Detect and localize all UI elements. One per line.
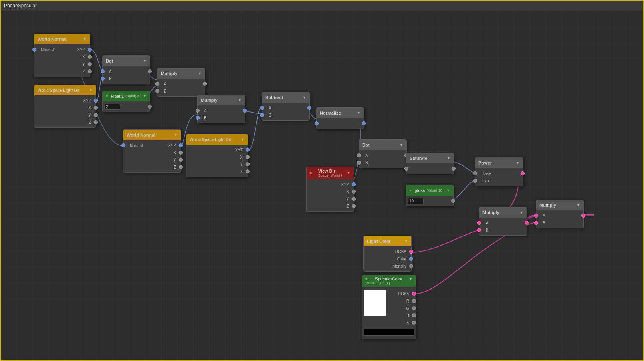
- node-world-space-2-header[interactable]: World Space Light Dir ▼: [186, 134, 248, 145]
- node-world-normal-2[interactable]: World Normal ▼ Normal XYZ X Y: [123, 129, 181, 173]
- node-world-normal-1-header[interactable]: World Normal ▼: [34, 34, 90, 44]
- port-x-out[interactable]: [246, 155, 250, 159]
- port-out[interactable]: [148, 105, 152, 109]
- node-world-space-1-header[interactable]: World Space Light Dir ▼: [34, 85, 96, 95]
- port-y-out[interactable]: [179, 158, 183, 162]
- gloss-value-input[interactable]: [408, 198, 424, 204]
- port-z-out[interactable]: [246, 169, 250, 173]
- port-xyz-out[interactable]: [352, 182, 356, 186]
- port-y-out[interactable]: [246, 162, 250, 166]
- port-y-out[interactable]: [352, 197, 356, 201]
- node-power-header[interactable]: Power ▼: [475, 158, 523, 168]
- node-dot-2[interactable]: Dot ▼ A B: [359, 139, 407, 168]
- port-b-in[interactable]: [534, 221, 538, 225]
- node-light-color-arrow[interactable]: ▼: [404, 239, 408, 243]
- port-x-out[interactable]: [352, 190, 356, 194]
- node-multiply-3-arrow[interactable]: ▼: [520, 210, 523, 214]
- node-specular-color-header[interactable]: ≡ SpecularColor ▼ Value( 1,1,1,0 ): [362, 275, 416, 287]
- float1-value-input[interactable]: [104, 104, 120, 110]
- node-multiply-1-arrow[interactable]: ▼: [198, 71, 202, 75]
- port-b-in[interactable]: [196, 116, 200, 120]
- port-xyz-out[interactable]: [88, 48, 92, 52]
- node-viewdir[interactable]: ≡ View Dir Space( World ) ▼ XYZ X Y: [306, 167, 354, 212]
- node-multiply-2[interactable]: Multiply ▼ A B: [197, 95, 245, 123]
- node-world-space-1[interactable]: World Space Light Dir ▼ XYZ X Y Z: [34, 85, 96, 128]
- port-rgba-out[interactable]: [409, 250, 413, 254]
- port-b-out[interactable]: [412, 313, 416, 317]
- node-float1[interactable]: ≡ Float 1 Const( 2 ) ▼: [102, 91, 150, 112]
- port-in[interactable]: [404, 167, 408, 171]
- port-a-in[interactable]: [155, 82, 159, 86]
- port-in[interactable]: [315, 121, 319, 125]
- port-a-in[interactable]: [534, 214, 538, 218]
- port-out[interactable]: [307, 106, 311, 110]
- node-dot-2-header[interactable]: Dot ▼: [359, 140, 406, 150]
- node-multiply-3[interactable]: Multiply ▼ A B: [479, 207, 527, 236]
- node-viewdir-header[interactable]: ≡ View Dir Space( World ) ▼: [307, 167, 354, 179]
- port-xyz-out[interactable]: [94, 99, 98, 103]
- port-b-in[interactable]: [357, 161, 361, 165]
- port-b-in[interactable]: [101, 77, 105, 81]
- port-r-out[interactable]: [412, 299, 416, 303]
- node-dot-2-arrow[interactable]: ▼: [400, 143, 403, 147]
- port-rgba-out[interactable]: [412, 292, 416, 296]
- node-normalize-header[interactable]: Normalize ▼: [317, 108, 364, 118]
- node-multiply-4[interactable]: Multiply ▼ A B: [536, 200, 584, 228]
- port-y-out[interactable]: [94, 113, 98, 117]
- node-power[interactable]: Power ▼ Base Exp: [475, 157, 523, 186]
- node-gloss-arrow[interactable]: ▼: [446, 188, 450, 192]
- node-specular-color-arrow[interactable]: ▼: [409, 277, 412, 281]
- port-out[interactable]: [451, 199, 455, 203]
- node-saturate-arrow[interactable]: ▼: [447, 156, 450, 160]
- node-world-normal-1[interactable]: World Normal ▼ Normal XYZ X Y: [34, 34, 90, 77]
- node-world-normal-2-header[interactable]: World Normal ▼: [123, 130, 181, 140]
- port-x-out[interactable]: [179, 151, 183, 155]
- port-z-out[interactable]: [179, 165, 183, 169]
- port-normal-in[interactable]: [32, 48, 36, 52]
- port-out[interactable]: [525, 221, 529, 225]
- port-b-in[interactable]: [260, 113, 264, 117]
- port-z-out[interactable]: [88, 69, 92, 73]
- port-normal-in[interactable]: [121, 143, 125, 147]
- port-a-in[interactable]: [477, 221, 481, 225]
- port-x-out[interactable]: [94, 106, 98, 110]
- node-normalize[interactable]: Normalize ▼: [316, 107, 364, 129]
- node-multiply-1-header[interactable]: Multiply ▼: [157, 68, 205, 79]
- node-multiply-2-header[interactable]: Multiply ▼: [198, 95, 245, 105]
- port-x-out[interactable]: [88, 55, 92, 59]
- node-viewdir-arrow[interactable]: ▼: [347, 171, 351, 175]
- node-specular-color[interactable]: ≡ SpecularColor ▼ Value( 1,1,1,0 ) RGBA: [362, 275, 416, 339]
- node-canvas[interactable]: World Normal ▼ Normal XYZ X Y: [1, 10, 643, 360]
- node-dot-1-arrow[interactable]: ▼: [143, 59, 147, 63]
- port-color-out[interactable]: [409, 257, 413, 261]
- port-z-out[interactable]: [94, 120, 98, 124]
- node-world-normal-2-arrow[interactable]: ▼: [174, 133, 178, 137]
- port-out[interactable]: [362, 121, 366, 125]
- node-world-space-2-arrow[interactable]: ▼: [241, 137, 244, 141]
- port-a-out[interactable]: [412, 321, 416, 325]
- port-a-in[interactable]: [260, 106, 264, 110]
- port-b-in[interactable]: [155, 89, 159, 93]
- port-y-out[interactable]: [88, 62, 92, 66]
- node-float1-header[interactable]: ≡ Float 1 Const( 2 ) ▼: [103, 91, 150, 101]
- node-multiply-4-header[interactable]: Multiply ▼: [536, 200, 583, 210]
- node-world-normal-1-arrow[interactable]: ▼: [83, 37, 87, 41]
- node-light-color[interactable]: Light Color ▼ RGBA Color Intensity: [363, 236, 412, 272]
- node-gloss[interactable]: ≡ gloss Value( 10 ) ▼: [406, 185, 454, 206]
- port-xyz-out[interactable]: [246, 148, 250, 152]
- node-float1-arrow[interactable]: ▼: [143, 94, 147, 98]
- port-a-in[interactable]: [357, 153, 361, 157]
- port-out[interactable]: [452, 167, 456, 171]
- node-subtract-header[interactable]: Subtract ▼: [262, 92, 309, 103]
- port-a-in[interactable]: [101, 69, 105, 73]
- node-multiply-4-arrow[interactable]: ▼: [577, 203, 580, 207]
- port-b-in[interactable]: [477, 228, 481, 232]
- port-out[interactable]: [203, 82, 207, 86]
- node-power-arrow[interactable]: ▼: [516, 161, 519, 165]
- node-multiply-1[interactable]: Multiply ▼ A B: [157, 68, 205, 97]
- node-subtract-arrow[interactable]: ▼: [303, 95, 306, 99]
- port-g-out[interactable]: [412, 306, 416, 310]
- node-saturate-header[interactable]: Saturate ▼: [406, 153, 454, 163]
- node-dot-1-header[interactable]: Dot ▼: [103, 56, 150, 66]
- node-light-color-header[interactable]: Light Color ▼: [364, 236, 411, 246]
